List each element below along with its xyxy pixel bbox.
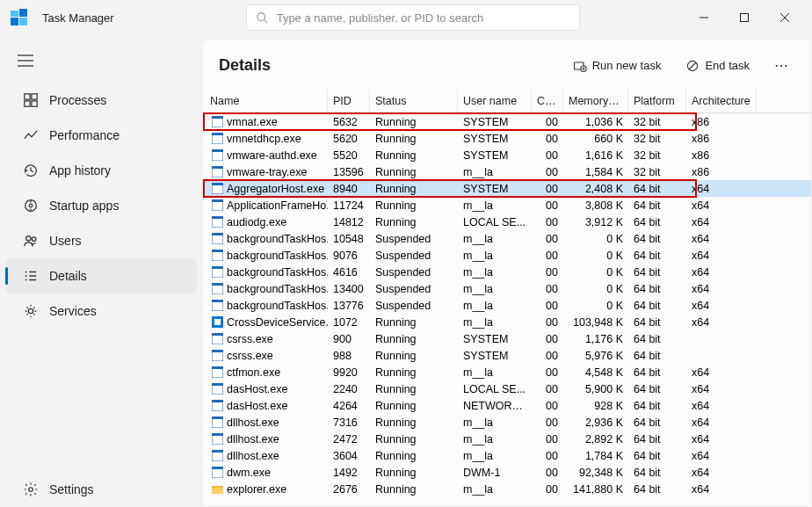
svg-rect-64 [212,333,223,336]
svg-rect-42 [212,149,223,152]
col-user[interactable]: User name [458,90,532,112]
col-arch[interactable]: Architecture [686,90,757,112]
process-icon [212,383,223,395]
svg-rect-40 [212,133,223,135]
process-name: backgroundTaskHos... [227,250,328,262]
svg-rect-72 [212,400,223,402]
process-name: vmware-tray.exe [227,166,307,178]
hamburger-button[interactable] [0,49,202,83]
search-placeholder: Type a name, publisher, or PID to search [277,11,484,25]
col-plat[interactable]: Platform [628,90,686,112]
content-header: Details Run new task End task ⋯ [203,40,811,90]
svg-rect-2 [11,18,18,25]
details-table[interactable]: Name PID Status User name CPU Memory (..… [203,90,811,506]
page-title: Details [219,56,271,75]
sidebar-item-details[interactable]: Details [5,258,197,293]
svg-rect-81 [212,486,223,488]
sidebar-item-performance[interactable]: Performance [5,118,197,153]
sidebar-item-services[interactable]: Services [5,293,197,329]
svg-rect-74 [212,416,223,419]
process-icon [212,199,223,211]
sidebar-item-label: Settings [49,482,94,496]
titlebar: Task Manager Type a name, publisher, or … [0,0,812,35]
col-status[interactable]: Status [370,90,458,112]
minimize-button[interactable] [684,0,724,35]
cell-status: Running [370,478,458,501]
more-button[interactable]: ⋯ [769,54,795,77]
svg-rect-58 [212,283,223,286]
svg-rect-68 [212,366,223,369]
end-task-button[interactable]: End task [680,55,755,76]
process-icon [212,266,223,278]
svg-rect-56 [212,266,223,269]
process-name: ApplicationFrameHo... [227,199,328,212]
table-row[interactable]: explorer.exe2676Runningm__la00141,880 K6… [203,481,811,497]
process-icon [212,316,223,328]
process-name: dasHost.exe [227,383,287,395]
run-task-icon [573,59,587,73]
run-new-task-button[interactable]: Run new task [568,55,667,76]
process-name: vmnat.exe [227,116,278,128]
sidebar-item-processes[interactable]: Processes [5,83,197,118]
process-name: backgroundTaskHos... [227,283,328,295]
process-icon [212,300,223,311]
process-name: dllhost.exe [227,450,279,462]
col-pid[interactable]: PID [328,90,370,112]
cell-pid: 2676 [328,478,370,501]
process-name: CrossDeviceService.e... [227,316,328,329]
sidebar-item-label: Performance [49,128,120,142]
process-icon [212,216,223,228]
cell-arch: x64 [686,311,757,334]
process-icon [212,116,223,127]
svg-point-29 [28,308,33,313]
process-name: vmware-authd.exe [227,149,317,162]
svg-rect-66 [212,350,223,352]
process-name: AggregatorHost.exe [227,183,324,195]
col-mem[interactable]: Memory (... [563,90,628,112]
processes-icon [23,92,49,108]
services-icon [23,303,49,319]
process-icon [212,233,223,244]
svg-line-36 [689,62,696,69]
svg-rect-60 [212,300,223,302]
sidebar-item-startup-apps[interactable]: Startup apps [5,188,197,223]
svg-rect-76 [212,433,223,436]
cell-arch [686,351,757,361]
svg-rect-1 [19,9,27,17]
process-icon [212,283,223,294]
svg-rect-62 [214,319,221,325]
svg-rect-50 [212,216,223,219]
svg-rect-48 [212,199,223,202]
process-icon [212,166,223,177]
sidebar-item-app-history[interactable]: App history [5,153,197,188]
cell-cpu: 00 [532,478,563,501]
history-icon [23,163,49,178]
svg-rect-14 [32,94,37,99]
process-name: backgroundTaskHos... [227,266,328,279]
performance-icon [23,127,49,143]
process-name: explorer.exe [227,483,286,496]
svg-line-5 [264,20,267,24]
sidebar-item-label: Startup apps [49,199,119,213]
search-input[interactable]: Type a name, publisher, or PID to search [246,4,580,31]
process-icon [212,433,223,445]
svg-rect-80 [212,467,223,469]
sidebar-item-users[interactable]: Users [5,223,197,258]
cell-plat: 64 bit [628,478,686,501]
maximize-button[interactable] [724,0,765,35]
sidebar-item-settings[interactable]: Settings [5,472,197,507]
svg-rect-13 [25,94,30,99]
svg-rect-44 [212,166,223,169]
process-icon [212,467,223,478]
col-cpu[interactable]: CPU [532,90,563,112]
gear-icon [23,482,49,497]
content-panel: Details Run new task End task ⋯ Name PID… [202,39,812,507]
process-icon [212,350,223,361]
process-name: dwm.exe [227,467,271,479]
search-icon [256,11,268,24]
close-button[interactable] [765,0,805,35]
svg-rect-3 [19,18,27,25]
svg-rect-16 [32,101,37,106]
col-name[interactable]: Name [203,90,328,112]
cell-arch [686,334,757,344]
